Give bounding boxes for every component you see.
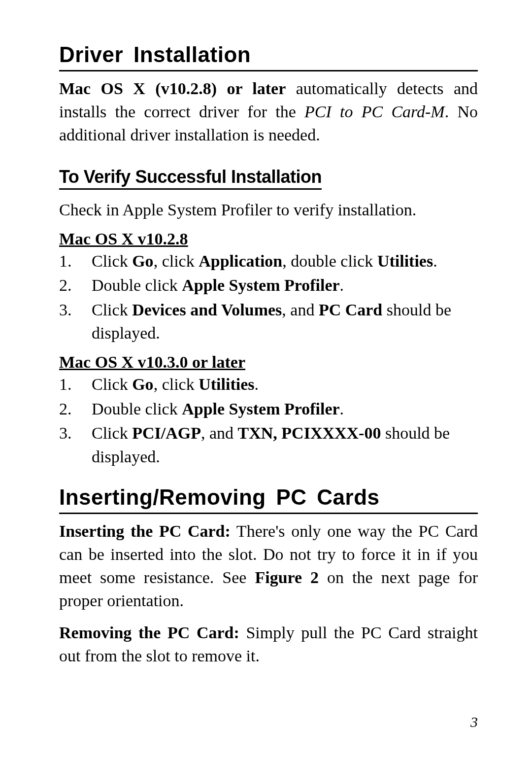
text-bold: PCI/AGP: [132, 424, 201, 442]
text: .: [433, 252, 437, 270]
text: Click: [92, 375, 132, 393]
text: , and: [282, 301, 319, 319]
text: Double click: [92, 276, 182, 294]
section-heading-driver-installation: Driver Installation: [59, 42, 478, 71]
text: Double click: [92, 400, 182, 418]
intro-paragraph: Mac OS X (v10.2.8) or later automaticall…: [59, 77, 478, 147]
text-bold: Go: [132, 252, 153, 270]
text-bold: Utilities: [199, 375, 254, 393]
text: .: [340, 400, 344, 418]
steps-list-a: Click Go, click Application, double clic…: [59, 249, 478, 345]
text: , and: [201, 424, 238, 442]
text: Click: [92, 424, 132, 442]
section-heading-inserting-removing: Inserting/Removing PC Cards: [59, 485, 478, 514]
text: Click: [92, 301, 132, 319]
list-item: Click Devices and Volumes, and PC Card s…: [92, 298, 478, 345]
text-bold: Application: [199, 252, 282, 270]
steps-list-b: Click Go, click Utilities. Double click …: [59, 373, 478, 468]
text-bold: Figure 2: [255, 568, 319, 587]
text: , click: [154, 252, 199, 270]
insert-paragraph: Inserting the PC Card: There's only one …: [59, 520, 478, 613]
remove-paragraph: Removing the PC Card: Simply pull the PC…: [59, 622, 478, 668]
os-label-a: Mac OS X v10.2.8: [59, 230, 478, 248]
intro-italic: PCI to PC Card-M: [304, 103, 445, 121]
document-page: Driver Installation Mac OS X (v10.2.8) o…: [0, 0, 532, 760]
text-bold: Apple System Profiler: [182, 276, 339, 294]
subsection-heading-verify: To Verify Successful Installation: [59, 167, 322, 190]
text: , click: [154, 375, 199, 393]
text: .: [255, 375, 259, 393]
text: .: [340, 276, 344, 294]
text: Click: [92, 252, 132, 270]
text-bold: Inserting the PC Card:: [59, 522, 231, 540]
list-item: Click PCI/AGP, and TXN, PCIXXXX-00 shoul…: [92, 421, 478, 468]
verify-lead: Check in Apple System Profiler to verify…: [59, 199, 478, 222]
list-item: Click Go, click Utilities.: [92, 373, 478, 396]
text-bold: TXN, PCIXXXX-00: [238, 424, 381, 442]
text-bold: PC Card: [319, 301, 382, 319]
intro-bold: Mac OS X (v10.2.8) or later: [59, 79, 286, 98]
text-bold: Devices and Volumes: [132, 301, 282, 319]
list-item: Double click Apple System Profiler.: [92, 397, 478, 421]
list-item: Double click Apple System Profiler.: [92, 274, 478, 297]
page-number: 3: [470, 714, 478, 730]
os-label-b: Mac OS X v10.3.0 or later: [59, 353, 478, 372]
text-bold: Removing the PC Card:: [59, 623, 239, 642]
text-bold: Go: [132, 375, 153, 393]
list-item: Click Go, click Application, double clic…: [92, 249, 478, 273]
text-bold: Utilities: [377, 252, 433, 270]
text: , double click: [282, 252, 377, 270]
text-bold: Apple System Profiler: [182, 400, 339, 418]
